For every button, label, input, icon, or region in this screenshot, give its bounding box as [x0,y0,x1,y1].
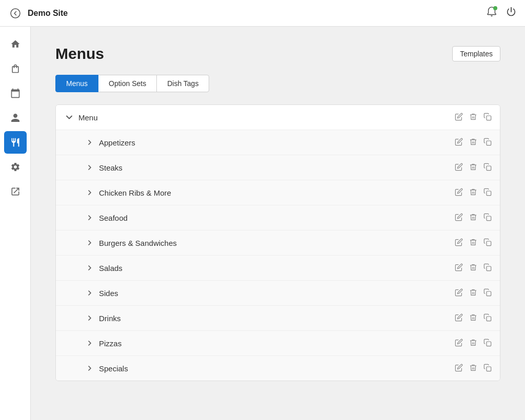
tab-menus[interactable]: Menus [55,75,98,92]
menu-row-label: Menu [78,113,455,122]
row-actions [455,138,492,148]
copy-icon[interactable] [483,113,492,122]
row-actions [455,238,492,248]
edit-icon[interactable] [455,263,463,273]
sidebar-item-users[interactable] [4,107,27,129]
delete-icon[interactable] [469,138,477,148]
sidebar-item-home[interactable] [4,33,27,55]
site-title: Demo Site [28,9,68,18]
sidebar-item-calendar[interactable] [4,82,27,104]
table-row: Menu [56,105,500,130]
sidebar-item-orders[interactable] [4,57,27,80]
chevron-down-icon[interactable] [64,112,74,122]
copy-icon[interactable] [483,263,492,273]
table-row: Sides [56,281,500,306]
copy-icon[interactable] [483,213,492,223]
edit-icon[interactable] [455,364,463,373]
delete-icon[interactable] [469,213,477,223]
edit-icon[interactable] [455,138,463,148]
delete-icon[interactable] [469,113,477,122]
svg-rect-9 [487,317,491,321]
svg-rect-1 [487,116,491,120]
copy-icon[interactable] [483,288,492,298]
copy-icon[interactable] [483,339,492,348]
delete-icon[interactable] [469,339,477,348]
chevron-right-icon[interactable] [85,187,95,198]
menu-row-label: Sides [99,289,455,298]
power-button[interactable] [506,6,517,20]
chevron-right-icon[interactable] [85,338,95,348]
copy-icon[interactable] [483,364,492,373]
table-row: Drinks [56,306,500,331]
row-actions [455,364,492,373]
edit-icon[interactable] [455,113,463,122]
svg-point-0 [11,9,20,18]
table-row: Specials [56,356,500,381]
edit-icon[interactable] [455,238,463,248]
templates-button[interactable]: Templates [452,46,500,61]
menu-row-label: Drinks [99,314,455,323]
topbar-left: Demo Site [8,6,68,20]
delete-icon[interactable] [469,364,477,373]
chevron-right-icon[interactable] [85,313,95,323]
back-icon [10,8,21,18]
row-actions [455,339,492,348]
edit-icon[interactable] [455,288,463,298]
copy-icon[interactable] [483,138,492,148]
power-icon [506,6,517,17]
copy-icon[interactable] [483,188,492,198]
users-icon [10,113,21,123]
delete-icon[interactable] [469,188,477,198]
sidebar-item-menus[interactable] [4,131,27,154]
edit-icon[interactable] [455,313,463,323]
svg-rect-8 [487,291,491,296]
back-button[interactable] [8,6,23,20]
table-row: Salads [56,256,500,281]
chevron-right-icon[interactable] [85,263,95,273]
edit-icon[interactable] [455,188,463,198]
menu-row-label: Pizzas [99,339,455,348]
notification-button[interactable] [486,6,497,20]
edit-icon[interactable] [455,213,463,223]
row-actions [455,213,492,223]
topbar: Demo Site [0,0,525,27]
delete-icon[interactable] [469,288,477,298]
main-content: Menus Templates Menus Option Sets Dish T… [31,27,525,420]
svg-rect-7 [487,266,491,271]
tabs-container: Menus Option Sets Dish Tags [55,75,500,92]
tab-dish-tags[interactable]: Dish Tags [156,75,209,92]
delete-icon[interactable] [469,263,477,273]
chevron-right-icon[interactable] [85,213,95,223]
table-row: Burgers & Sandwiches [56,230,500,256]
svg-rect-11 [487,367,491,371]
chevron-right-icon[interactable] [85,363,95,373]
menu-row-label: Burgers & Sandwiches [99,239,455,247]
edit-icon[interactable] [455,163,463,173]
delete-icon[interactable] [469,163,477,173]
row-actions [455,313,492,323]
notification-dot [493,6,497,10]
menu-row-label: Steaks [99,163,455,172]
delete-icon[interactable] [469,313,477,323]
copy-icon[interactable] [483,238,492,248]
tab-option-sets[interactable]: Option Sets [98,75,157,92]
sidebar-item-settings[interactable] [4,156,27,178]
sidebar [0,27,31,420]
edit-icon[interactable] [455,339,463,348]
sidebar-item-external[interactable] [4,180,27,203]
chevron-right-icon[interactable] [85,162,95,173]
copy-icon[interactable] [483,313,492,323]
row-actions [455,263,492,273]
chevron-right-icon[interactable] [85,137,95,148]
svg-rect-5 [487,216,491,221]
svg-rect-2 [487,141,491,145]
chevron-right-icon[interactable] [85,288,95,298]
home-icon [10,39,21,49]
copy-icon[interactable] [483,163,492,173]
row-actions [455,188,492,198]
delete-icon[interactable] [469,238,477,248]
layout: Menus Templates Menus Option Sets Dish T… [0,27,525,420]
chevron-right-icon[interactable] [85,238,95,248]
table-row: Pizzas [56,331,500,356]
menu-row-label: Appetizers [99,138,455,147]
